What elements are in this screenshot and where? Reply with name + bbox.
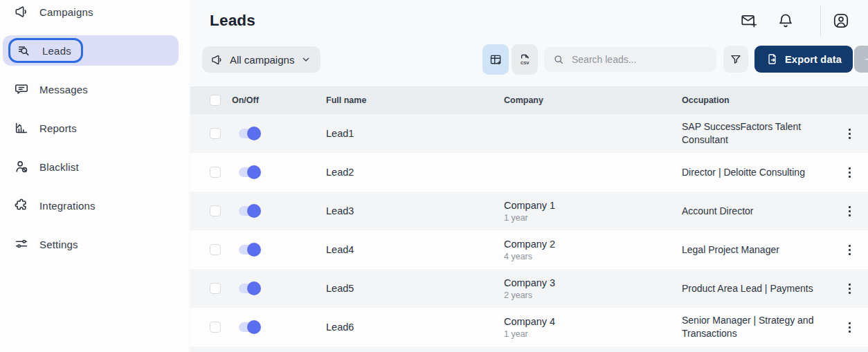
sidebar-item-integrations[interactable]: Integrations xyxy=(3,190,179,221)
row-checkbox[interactable] xyxy=(210,322,221,333)
plus-icon: + xyxy=(865,50,868,68)
company-cell xyxy=(504,172,682,174)
occupation-cell: Account Director xyxy=(682,205,831,218)
topbar-divider xyxy=(820,6,821,36)
table-row: Lead4 Company 24 years Legal Project Man… xyxy=(190,230,868,269)
sidebar-item-label: Leads xyxy=(42,45,71,57)
sidebar-item-blacklist[interactable]: Blacklist xyxy=(3,151,179,182)
column-header-onoff: On/Off xyxy=(232,95,326,105)
row-menu-button[interactable] xyxy=(846,126,853,142)
company-cell xyxy=(504,133,682,135)
sidebar-nav: Campaigns Leads Messages Reports Blackli… xyxy=(3,0,179,259)
row-checkbox[interactable] xyxy=(210,205,221,216)
row-menu-button[interactable] xyxy=(846,165,853,180)
sidebar-item-settings[interactable]: Settings xyxy=(3,229,179,259)
row-checkbox[interactable] xyxy=(210,128,221,139)
onoff-toggle[interactable] xyxy=(239,206,260,216)
sidebar-item-reports[interactable]: Reports xyxy=(3,113,179,143)
company-cell: Company 24 years xyxy=(504,239,682,261)
full-name-cell: Lead1 xyxy=(326,128,504,139)
add-lead-button[interactable]: + xyxy=(854,46,868,73)
toggle-knob xyxy=(247,204,261,218)
sidebar-item-label: Campaigns xyxy=(39,6,93,18)
sidebar-item-label: Reports xyxy=(39,122,77,134)
onoff-toggle[interactable] xyxy=(239,245,260,254)
full-name-cell: Lead3 xyxy=(326,205,504,216)
sidebar-item-campaigns[interactable]: Campaigns xyxy=(3,0,179,27)
full-name-cell: Lead2 xyxy=(326,167,504,178)
sidebar-item-leads[interactable]: Leads xyxy=(3,35,179,66)
row-menu-button[interactable] xyxy=(846,203,853,219)
campaign-filter-label: All campaigns xyxy=(230,54,294,66)
sidebar-item-messages[interactable]: Messages xyxy=(3,74,179,104)
file-export-icon xyxy=(766,53,779,66)
table-row: Lead2 Director | Deloitte Consulting xyxy=(190,153,868,192)
new-message-button[interactable] xyxy=(739,11,759,30)
chat-icon xyxy=(14,82,29,97)
mail-plus-icon xyxy=(740,12,758,30)
export-data-label: Export data xyxy=(785,54,842,65)
occupation-cell: Director | Deloitte Consulting xyxy=(682,166,831,179)
table-columns-settings-button[interactable] xyxy=(482,44,509,75)
table-settings-icon xyxy=(489,53,503,67)
account-button[interactable] xyxy=(831,11,851,30)
full-name-cell: Lead5 xyxy=(326,283,504,294)
onoff-toggle[interactable] xyxy=(239,167,260,177)
table-header-row: On/Off Full name Company Occupation xyxy=(190,86,868,114)
toggle-knob xyxy=(247,127,261,140)
row-checkbox[interactable] xyxy=(210,283,221,294)
next-row-partial xyxy=(190,346,868,352)
onoff-toggle[interactable] xyxy=(239,284,260,293)
toggle-knob xyxy=(247,243,261,257)
megaphone-icon xyxy=(14,4,29,19)
leads-table: On/Off Full name Company Occupation Lead… xyxy=(190,86,868,352)
bell-icon xyxy=(777,12,795,30)
csv-view-button[interactable]: CSV xyxy=(512,44,538,75)
row-menu-button[interactable] xyxy=(846,242,853,258)
table-row: Lead3 Company 11 year Account Director xyxy=(190,192,868,230)
toggle-knob xyxy=(247,281,261,295)
table-row: Lead1 SAP SuccessFactors Talent Consulta… xyxy=(190,114,868,153)
megaphone-icon xyxy=(210,53,224,66)
puzzle-icon xyxy=(14,198,29,213)
row-checkbox[interactable] xyxy=(210,244,221,255)
onoff-toggle[interactable] xyxy=(239,322,260,332)
sidebar-item-label: Settings xyxy=(39,239,78,250)
chevron-down-icon xyxy=(300,54,311,65)
user-blocked-icon xyxy=(14,159,29,174)
export-data-button[interactable]: Export data xyxy=(754,46,853,73)
app-root: Campaigns Leads Messages Reports Blackli… xyxy=(0,0,868,352)
selection-ring: Leads xyxy=(8,38,83,63)
occupation-cell: Product Area Lead | Payments xyxy=(682,282,831,295)
notifications-button[interactable] xyxy=(776,11,795,30)
sidebar-item-label: Integrations xyxy=(39,200,96,212)
onoff-toggle[interactable] xyxy=(239,129,260,138)
campaign-filter-dropdown[interactable]: All campaigns xyxy=(202,46,320,73)
funnel-icon xyxy=(729,53,743,66)
row-checkbox[interactable] xyxy=(210,167,221,178)
company-cell: Company 11 year xyxy=(504,200,682,223)
occupation-cell: Legal Project Manager xyxy=(682,243,831,257)
page-title: Leads xyxy=(210,12,255,30)
column-header-fullname: Full name xyxy=(326,95,504,105)
svg-text:CSV: CSV xyxy=(521,60,530,65)
sidebar: Campaigns Leads Messages Reports Blackli… xyxy=(0,0,189,352)
toggle-knob xyxy=(247,165,261,179)
sidebar-item-label: Blacklist xyxy=(39,161,79,173)
row-menu-button[interactable] xyxy=(846,319,853,335)
select-all-checkbox[interactable] xyxy=(210,95,221,106)
user-avatar-icon xyxy=(832,12,850,30)
row-menu-button[interactable] xyxy=(846,281,853,297)
search-box xyxy=(544,47,716,72)
leads-search-icon xyxy=(17,43,32,58)
company-cell: Company 41 year xyxy=(504,316,682,339)
table-row: Lead6 Company 41 year Senior Manager | S… xyxy=(190,308,868,346)
sidebar-item-label: Messages xyxy=(39,84,88,95)
filter-button[interactable] xyxy=(723,46,748,73)
csv-file-icon: CSV xyxy=(518,53,532,67)
view-toggle-group: CSV xyxy=(482,44,538,75)
search-input[interactable] xyxy=(572,54,708,65)
occupation-cell: Senior Manager | Strategy and Transactio… xyxy=(682,314,831,340)
column-header-company: Company xyxy=(504,95,682,105)
toggle-knob xyxy=(247,320,261,334)
